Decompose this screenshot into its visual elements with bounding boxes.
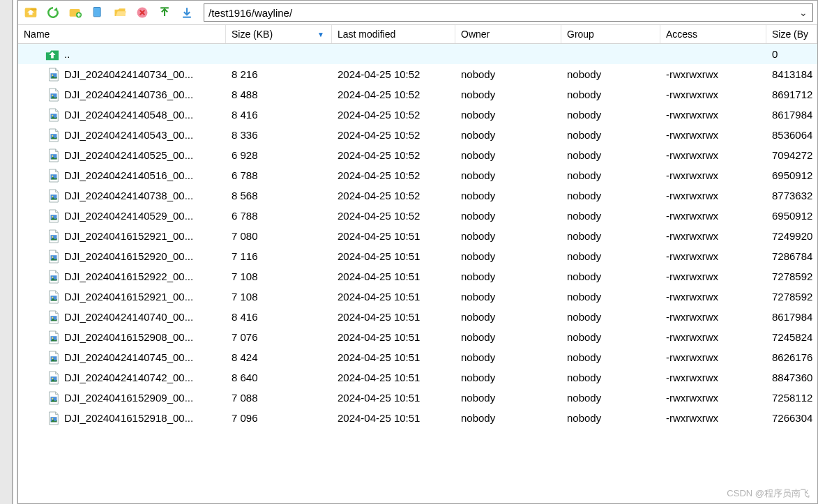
file-row[interactable]: DJI_20240416152922_00...7 1082024-04-25 … (18, 266, 817, 287)
header-last-modified[interactable]: Last modified (332, 25, 455, 43)
delete-button[interactable] (134, 4, 151, 21)
parent-dir-row[interactable]: .. 0 (18, 44, 817, 64)
file-size-kb: 7 080 (226, 230, 332, 242)
header-access[interactable]: Access (660, 25, 766, 43)
file-last-modified: 2024-04-25 10:51 (332, 412, 455, 424)
file-row[interactable]: DJI_20240424140543_00...8 3362024-04-25 … (18, 125, 817, 145)
refresh-button[interactable] (45, 4, 61, 21)
svg-point-37 (52, 377, 53, 379)
header-owner[interactable]: Owner (455, 25, 561, 43)
file-last-modified: 2024-04-25 10:52 (332, 190, 455, 201)
file-access: -rwxrwxrwx (660, 372, 766, 383)
file-row[interactable]: DJI_20240424140736_00...8 4882024-04-25 … (18, 84, 817, 105)
file-row[interactable]: DJI_20240416152918_00...7 0962024-04-25 … (18, 408, 817, 428)
file-owner: nobody (455, 291, 561, 303)
file-name: DJI_20240416152921_00... (64, 230, 193, 242)
file-row[interactable]: DJI_20240416152921_00...7 0802024-04-25 … (18, 226, 817, 246)
file-owner: nobody (455, 392, 561, 404)
file-access: -rwxrwxrwx (660, 291, 766, 303)
upload-button[interactable] (156, 4, 173, 21)
path-dropdown-icon[interactable]: ⌄ (798, 7, 808, 18)
file-access: -rwxrwxrwx (660, 311, 766, 323)
file-row[interactable]: DJI_20240424140738_00...8 5682024-04-25 … (18, 185, 817, 206)
file-size-bytes: 8847360 (766, 372, 817, 383)
image-file-icon (47, 270, 60, 284)
header-name[interactable]: Name (18, 25, 226, 43)
path-field[interactable]: ⌄ (204, 3, 813, 22)
image-file-icon (47, 351, 60, 365)
file-row[interactable]: DJI_20240416152908_00...7 0762024-04-25 … (18, 327, 817, 347)
svg-point-31 (52, 316, 53, 318)
file-row[interactable]: DJI_20240424140742_00...8 6402024-04-25 … (18, 367, 817, 388)
svg-point-27 (52, 276, 53, 277)
file-size-kb: 7 108 (226, 270, 332, 282)
file-last-modified: 2024-04-25 10:51 (332, 392, 455, 404)
file-name: DJI_20240416152909_00... (64, 392, 193, 404)
file-access: -rwxrwxrwx (660, 89, 766, 100)
toolbar: ⌄ (18, 1, 817, 24)
image-file-icon (47, 310, 60, 324)
svg-point-13 (52, 135, 53, 136)
header-group[interactable]: Group (561, 25, 660, 43)
new-folder-button[interactable] (67, 4, 84, 21)
file-group: nobody (561, 68, 660, 80)
file-last-modified: 2024-04-25 10:52 (332, 129, 455, 141)
file-group: nobody (561, 270, 660, 282)
file-name: DJI_20240424140738_00... (64, 190, 193, 201)
file-row[interactable]: DJI_20240424140734_00...8 2162024-04-25 … (18, 64, 817, 84)
image-file-icon (47, 68, 60, 82)
file-size-kb: 7 116 (226, 250, 332, 262)
file-row[interactable]: DJI_20240416152909_00...7 0882024-04-25 … (18, 388, 817, 408)
file-access: -rwxrwxrwx (660, 169, 766, 181)
file-owner: nobody (455, 331, 561, 343)
svg-rect-3 (93, 8, 100, 17)
file-owner: nobody (455, 89, 561, 100)
file-group: nobody (561, 291, 660, 303)
file-last-modified: 2024-04-25 10:51 (332, 351, 455, 363)
file-row[interactable]: DJI_20240424140548_00...8 4162024-04-25 … (18, 105, 817, 125)
file-last-modified: 2024-04-25 10:51 (332, 270, 455, 282)
file-size-bytes: 7278592 (766, 291, 817, 303)
svg-point-19 (52, 195, 53, 197)
file-last-modified: 2024-04-25 10:51 (332, 331, 455, 343)
file-row[interactable]: DJI_20240424140529_00...6 7882024-04-25 … (18, 206, 817, 226)
file-size-bytes: 8617984 (766, 311, 817, 323)
file-owner: nobody (455, 169, 561, 181)
file-size-kb: 8 640 (226, 372, 332, 383)
file-owner: nobody (455, 109, 561, 121)
header-size[interactable]: Size (KB)▼ (226, 25, 332, 43)
svg-point-41 (52, 418, 53, 419)
file-size-kb: 6 928 (226, 149, 332, 161)
file-name: DJI_20240424140734_00... (64, 68, 193, 80)
image-file-icon (47, 229, 60, 243)
parent-dir-button[interactable] (22, 4, 39, 21)
file-row[interactable]: DJI_20240424140740_00...8 4162024-04-25 … (18, 307, 817, 327)
file-row[interactable]: DJI_20240416152921_00...7 1082024-04-25 … (18, 287, 817, 307)
file-owner: nobody (455, 149, 561, 161)
file-size-kb: 8 488 (226, 89, 332, 100)
new-file-button[interactable] (89, 4, 106, 21)
splitter[interactable] (13, 0, 17, 504)
file-size-bytes: 8413184 (766, 68, 817, 80)
download-button[interactable] (179, 4, 195, 21)
column-headers: Name Size (KB)▼ Last modified Owner Grou… (18, 24, 817, 44)
file-group: nobody (561, 89, 660, 100)
path-input[interactable] (209, 7, 798, 19)
image-file-icon (47, 391, 60, 405)
svg-point-29 (52, 296, 53, 298)
file-size-bytes: 8773632 (766, 190, 817, 201)
file-row[interactable]: DJI_20240424140745_00...8 4242024-04-25 … (18, 347, 817, 367)
file-last-modified: 2024-04-25 10:52 (332, 109, 455, 121)
file-size-kb: 8 568 (226, 190, 332, 201)
image-file-icon (47, 189, 60, 203)
file-row[interactable]: DJI_20240424140516_00...6 7882024-04-25 … (18, 165, 817, 185)
image-file-icon (47, 148, 60, 162)
file-row[interactable]: DJI_20240416152920_00...7 1162024-04-25 … (18, 246, 817, 266)
file-row[interactable]: DJI_20240424140525_00...6 9282024-04-25 … (18, 145, 817, 165)
header-size-bytes[interactable]: Size (By (766, 25, 817, 43)
file-name: DJI_20240424140543_00... (64, 129, 193, 141)
image-file-icon (47, 330, 60, 344)
open-folder-button[interactable] (112, 4, 128, 21)
file-list[interactable]: .. 0 DJI_20240424140734_00...8 2162024-0… (18, 44, 817, 503)
file-group: nobody (561, 372, 660, 383)
